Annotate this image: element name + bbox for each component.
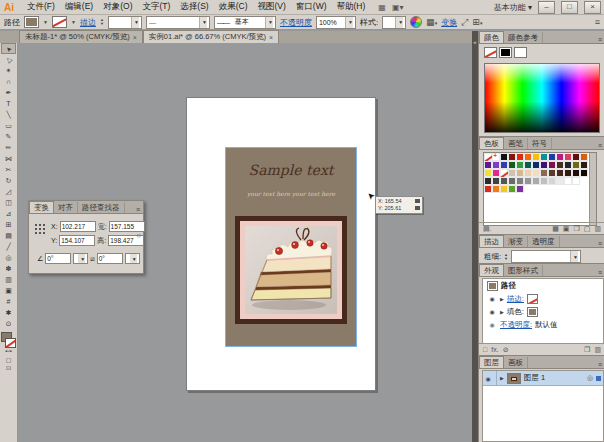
appearance-stroke-row[interactable]: ◉ ▶ 描边:	[483, 292, 603, 305]
swatch-0-6[interactable]	[532, 153, 540, 161]
stroke-weight-stepper[interactable]: ▲▼	[100, 18, 104, 26]
panel-menu-icon[interactable]: ≡	[598, 142, 604, 149]
visibility-eye-icon[interactable]: ◉	[487, 308, 497, 315]
transform-panel-link[interactable]: 变换	[441, 17, 457, 28]
swatch-1-2[interactable]	[500, 161, 508, 169]
gradient-tool-icon[interactable]: ▤	[1, 230, 16, 241]
align-options-icon[interactable]: ▦▾	[426, 17, 437, 27]
tab-close-icon[interactable]: ×	[133, 34, 137, 41]
mesh-tool-icon[interactable]: ⊞	[1, 219, 16, 230]
swatch-3-6[interactable]	[532, 177, 540, 185]
swatch-0-9[interactable]	[556, 153, 564, 161]
document-tab-0[interactable]: 未标题-1* @ 50% (CMYK/预览)×	[19, 30, 143, 43]
panel-menu-icon[interactable]: ≡	[598, 36, 604, 43]
expand-triangle-icon[interactable]: ▶	[500, 296, 504, 302]
swatch-2-12[interactable]	[580, 169, 588, 177]
color-white-swatch[interactable]	[514, 47, 527, 58]
menu-item-4[interactable]: 选择(S)	[175, 1, 213, 13]
swatch-1-6[interactable]	[532, 161, 540, 169]
type-tool-icon[interactable]: T	[1, 98, 16, 109]
swatch-0-3[interactable]	[508, 153, 516, 161]
tab-color-1[interactable]: 颜色参考	[504, 32, 543, 43]
color-mode-buttons[interactable]: ▪▫▪	[5, 348, 11, 356]
appearance-stroke-none-swatch[interactable]	[527, 294, 538, 304]
tab-layers-0[interactable]: 图层	[479, 356, 504, 368]
stroke-panel-link[interactable]: 描边	[80, 17, 96, 28]
tab-transform-0[interactable]: 变换	[29, 201, 54, 213]
layer-visibility-eye-icon[interactable]: ◉	[483, 375, 493, 382]
style-combo[interactable]: ▼	[382, 16, 406, 29]
shape-builder-tool-icon[interactable]: ◫	[1, 197, 16, 208]
close-button[interactable]: ×	[584, 1, 601, 14]
swatch-0-5[interactable]	[524, 153, 532, 161]
tab-layers-1[interactable]: 画板	[504, 357, 528, 368]
line-tool-icon[interactable]: ╲	[1, 109, 16, 120]
layer-row[interactable]: ◉ ▶ 图层 1 ◎	[483, 371, 603, 386]
visibility-eye-icon[interactable]: ◉	[487, 295, 497, 302]
swatch-1-8[interactable]	[548, 161, 556, 169]
zoom-tool-icon[interactable]: ⊙	[1, 318, 16, 329]
swatch-0-7[interactable]	[540, 153, 548, 161]
rectangle-tool-icon[interactable]: ▭	[1, 120, 16, 131]
tab-swatches-1[interactable]: 画笔	[504, 138, 528, 149]
swatch-4-1[interactable]	[492, 185, 500, 193]
swatch-1-5[interactable]	[524, 161, 532, 169]
transform-panel[interactable]: 变换对齐路径查找器≡ X: 102.217 宽: 157.155 Y: 154.…	[28, 200, 144, 274]
rotate-dropdown[interactable]: ▼	[73, 253, 88, 264]
layer-thumbnail[interactable]	[507, 373, 521, 384]
tab-transform-1[interactable]: 对齐	[54, 202, 78, 213]
menu-item-8[interactable]: 帮助(H)	[332, 1, 371, 13]
swatch-1-11[interactable]	[572, 161, 580, 169]
screen-mode-button[interactable]: ⊡	[6, 364, 11, 372]
poster-picture-frame[interactable]	[235, 216, 347, 324]
menu-item-5[interactable]: 效果(C)	[214, 1, 253, 13]
width-profile-combo[interactable]: —▼	[146, 16, 210, 29]
swatch-2-5[interactable]	[524, 169, 532, 177]
scissors-tool-icon[interactable]: ✂	[1, 164, 16, 175]
swatch-4-4[interactable]	[516, 185, 524, 193]
poster-title-text[interactable]: Sample text	[226, 162, 356, 178]
eyedropper-tool-icon[interactable]: ╱	[1, 241, 16, 252]
tab-stroke-1[interactable]: 渐变	[504, 236, 528, 247]
panel-menu-icon[interactable]: ≡	[598, 240, 604, 247]
cake-illustration[interactable]	[245, 226, 337, 314]
swatch-3-7[interactable]	[540, 177, 548, 185]
control-panel-menu-icon[interactable]: ≡	[595, 17, 604, 27]
swatch-0-12[interactable]	[580, 153, 588, 161]
swatch-3-3[interactable]	[508, 177, 516, 185]
swatch-3-0[interactable]	[484, 177, 492, 185]
menu-item-7[interactable]: 窗口(W)	[291, 1, 332, 13]
layer-target-icon[interactable]: ◎	[587, 374, 593, 382]
graph-tool-icon[interactable]: ▥	[1, 274, 16, 285]
constrain-proportions-icon[interactable]: ○	[136, 231, 141, 240]
swatch-0-8[interactable]	[548, 153, 556, 161]
maximize-button[interactable]: □	[561, 1, 578, 14]
panel-menu-icon[interactable]: ≡	[136, 206, 143, 213]
tab-swatches-2[interactable]: 符号	[528, 138, 552, 149]
poster-subtitle-text[interactable]: your text here your text here	[226, 190, 356, 197]
isolate-object-icon[interactable]: ⤢	[461, 17, 468, 28]
swatch-1-3[interactable]	[508, 161, 516, 169]
scale-tool-icon[interactable]: ◿	[1, 186, 16, 197]
swatch-1-7[interactable]	[540, 161, 548, 169]
swatch-2-0[interactable]	[484, 169, 492, 177]
swatch-1-9[interactable]	[556, 161, 564, 169]
swatch-3-4[interactable]	[516, 177, 524, 185]
appearance-object-row[interactable]: 路径	[483, 279, 603, 292]
swatch-2-6[interactable]	[532, 169, 540, 177]
color-black-swatch[interactable]	[499, 47, 512, 58]
delete-item-icon[interactable]: ▥	[594, 346, 601, 354]
new-color-group-icon[interactable]: ❐	[573, 225, 579, 233]
panel-menu-icon[interactable]: ≡	[598, 269, 604, 276]
fill-dropdown-arrow[interactable]: ▼	[43, 19, 48, 25]
appearance-stroke-link[interactable]: 描边:	[507, 294, 524, 304]
stroke-weight-combo[interactable]: ▼	[108, 16, 142, 29]
workspace-switcher[interactable]: 基本功能 ▾	[494, 2, 532, 13]
y-field[interactable]: 154.107	[59, 235, 95, 246]
tab-close-icon[interactable]: ×	[269, 34, 273, 41]
swatch-2-8[interactable]	[548, 169, 556, 177]
menu-item-3[interactable]: 文字(T)	[137, 1, 175, 13]
swatch-1-12[interactable]	[580, 161, 588, 169]
pencil-tool-icon[interactable]: ✏	[1, 142, 16, 153]
draw-mode-button[interactable]: ▢	[6, 356, 12, 364]
